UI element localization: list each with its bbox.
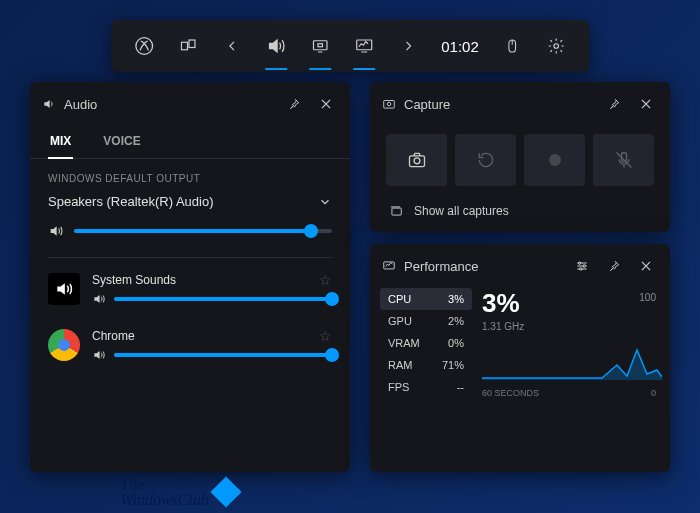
gallery-icon xyxy=(388,204,404,218)
app-row-system-sounds: System Sounds ☆ xyxy=(30,268,350,310)
prev-button[interactable] xyxy=(213,28,251,64)
performance-icon xyxy=(382,259,396,273)
mic-button[interactable] xyxy=(593,134,654,186)
output-device-selector[interactable]: Speakers (Realtek(R) Audio) xyxy=(30,190,350,217)
app-volume-slider[interactable] xyxy=(114,297,332,301)
app-name: Chrome xyxy=(92,329,135,343)
xbox-button[interactable] xyxy=(125,28,163,64)
record-icon xyxy=(549,154,561,166)
show-all-captures-link[interactable]: Show all captures xyxy=(370,194,670,228)
tab-mix[interactable]: MIX xyxy=(48,126,73,158)
performance-widget-button[interactable] xyxy=(345,28,383,64)
capture-widget-button[interactable] xyxy=(301,28,339,64)
svg-point-0 xyxy=(136,38,153,55)
game-bar-toolbar: 01:02 xyxy=(111,20,589,72)
app-row-chrome: Chrome ☆ xyxy=(30,324,350,366)
metric-fps[interactable]: FPS-- xyxy=(380,376,472,398)
watermark-logo xyxy=(210,476,241,507)
chart-y-min: 0 xyxy=(651,388,656,398)
svg-point-16 xyxy=(583,265,585,267)
favorite-star[interactable]: ☆ xyxy=(319,272,332,288)
svg-point-11 xyxy=(414,158,420,164)
panel-title: Capture xyxy=(404,97,450,112)
metric-list: CPU3% GPU2% VRAM0% RAM71% FPS-- xyxy=(380,288,472,398)
volume-icon xyxy=(92,292,106,306)
volume-icon xyxy=(92,348,106,362)
panel-title: Audio xyxy=(64,97,97,112)
svg-point-9 xyxy=(387,102,391,106)
svg-point-17 xyxy=(580,268,582,270)
next-button[interactable] xyxy=(389,28,427,64)
svg-rect-8 xyxy=(384,101,395,109)
audio-panel: Audio MIX VOICE WINDOWS DEFAULT OUTPUT S… xyxy=(30,82,350,472)
watermark: The WindowsClub xyxy=(120,477,237,507)
tab-voice[interactable]: VOICE xyxy=(101,126,142,158)
panel-title: Performance xyxy=(404,259,478,274)
svg-rect-2 xyxy=(189,40,195,48)
pin-button[interactable] xyxy=(602,254,626,278)
app-name: System Sounds xyxy=(92,273,176,287)
settings-button[interactable] xyxy=(537,28,575,64)
metric-vram[interactable]: VRAM0% xyxy=(380,332,472,354)
output-section-label: WINDOWS DEFAULT OUTPUT xyxy=(30,159,350,190)
record-last-button[interactable] xyxy=(455,134,516,186)
volume-icon xyxy=(48,223,64,239)
chrome-icon xyxy=(48,329,80,361)
device-name: Speakers (Realtek(R) Audio) xyxy=(48,194,213,209)
mouse-icon xyxy=(493,28,531,64)
chevron-down-icon xyxy=(318,195,332,209)
performance-panel: Performance CPU3% GPU2% VRAM0% RAM71% FP… xyxy=(370,244,670,472)
usage-chart xyxy=(482,320,662,380)
favorite-star[interactable]: ☆ xyxy=(319,328,332,344)
audio-widget-button[interactable] xyxy=(257,28,295,64)
metric-gpu[interactable]: GPU2% xyxy=(380,310,472,332)
metric-cpu[interactable]: CPU3% xyxy=(380,288,472,310)
elapsed-time: 01:02 xyxy=(433,38,487,55)
metric-ram[interactable]: RAM71% xyxy=(380,354,472,376)
options-button[interactable] xyxy=(570,254,594,278)
svg-rect-1 xyxy=(181,42,187,50)
record-button[interactable] xyxy=(524,134,585,186)
chart-y-max: 100 xyxy=(639,292,656,303)
svg-rect-13 xyxy=(392,208,401,215)
pin-button[interactable] xyxy=(602,92,626,116)
metric-big-value: 3% xyxy=(482,288,660,319)
capture-panel: Capture Show all captures xyxy=(370,82,670,232)
screenshot-button[interactable] xyxy=(386,134,447,186)
svg-rect-3 xyxy=(313,41,327,50)
svg-rect-4 xyxy=(318,44,323,47)
system-sounds-icon xyxy=(48,273,80,305)
widgets-button[interactable] xyxy=(169,28,207,64)
close-button[interactable] xyxy=(634,92,658,116)
master-volume-slider[interactable] xyxy=(74,229,332,233)
pin-button[interactable] xyxy=(282,92,306,116)
svg-point-7 xyxy=(554,44,559,49)
capture-icon xyxy=(382,97,396,111)
app-volume-slider[interactable] xyxy=(114,353,332,357)
chart-x-label: 60 SECONDS xyxy=(482,388,539,398)
close-button[interactable] xyxy=(634,254,658,278)
audio-icon xyxy=(42,97,56,111)
svg-point-15 xyxy=(579,262,581,264)
close-button[interactable] xyxy=(314,92,338,116)
